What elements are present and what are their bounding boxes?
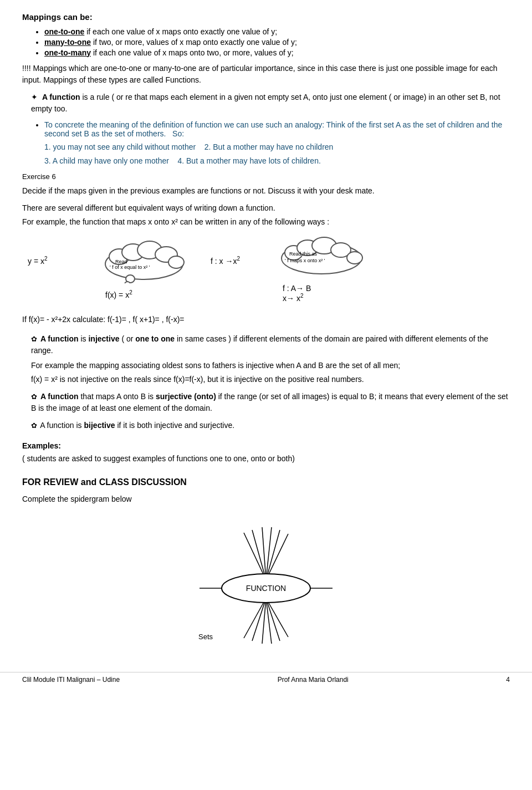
footer-center: Prof Anna Maria Orlandi — [278, 676, 349, 684]
svg-text:Read this as: Read this as — [289, 251, 318, 257]
svg-point-5 — [168, 256, 184, 268]
injective-example2: f(x) = x² is not injective on the reals … — [31, 374, 510, 385]
svg-text:' f of  x  equal to x² ': ' f of x equal to x² ' — [110, 264, 150, 270]
svg-text:Sets: Sets — [198, 633, 213, 641]
spidergram-section: FUNCTION Sets — [22, 516, 510, 660]
analogy-items: 1. you may not see any child without mot… — [44, 141, 510, 153]
analogy-text: To concrete the meaning of the definitio… — [44, 120, 502, 138]
formula-AB-text: f : A→ B x→ x2 — [283, 284, 311, 303]
title: Mappings can be: — [22, 11, 510, 24]
formula-AB: Read this as ' f maps x onto x² ' f : A→… — [277, 233, 366, 303]
many-to-one-text: if two, or more, values of x map onto ex… — [93, 38, 297, 47]
bullet-one-to-many: one-to-many if each one value of x maps … — [44, 48, 510, 57]
svg-text:Read: Read — [115, 259, 127, 264]
formula-arrow: f : x →x2 — [211, 256, 255, 266]
analogy-2: 2. But a mother may have no children — [204, 142, 334, 151]
cloud-fx-svg: Read ' f of x equal to x² ' — [100, 233, 188, 283]
cloud-fx: Read ' f of x equal to x² ' — [100, 233, 188, 285]
analogy-list: To concrete the meaning of the definitio… — [44, 120, 510, 138]
bullet-many-to-one: many-to-one if two, or more, values of x… — [44, 38, 510, 47]
bullet-list: one-to-one if each one value of x maps o… — [44, 27, 510, 57]
footer: Clil Module ITI Malignani – Udine Prof A… — [0, 672, 532, 684]
spidergram-label: Complete the spidergram below — [22, 493, 510, 505]
writing-ways-example: For example, the function that maps x on… — [22, 216, 510, 228]
gear-icon-1: ✿ — [31, 335, 37, 343]
examples-text: ( students are asked to suggest examples… — [22, 453, 510, 465]
page: Mappings can be: one-to-one if each one … — [0, 0, 532, 694]
function-def-para: ✦ A function is a rule ( or re that maps… — [22, 91, 510, 115]
formula-fx-text: f(x) = x2 — [105, 289, 132, 299]
analogy-items-2: 3. A child may have only one mother 4. B… — [44, 155, 510, 167]
function-def-text: is a rule ( or re that maps each element… — [31, 93, 500, 113]
cloud-AB: Read this as ' f maps x onto x² ' — [277, 233, 366, 279]
svg-text:FUNCTION: FUNCTION — [246, 584, 286, 593]
many-to-one-label: many-to-one — [44, 38, 91, 47]
writing-ways-intro: There are several different but equivale… — [22, 202, 510, 214]
formula-fx: Read ' f of x equal to x² ' f(x) = x2 — [100, 233, 188, 299]
gear-icon-3: ✿ — [31, 421, 37, 430]
bijective-para: ✿ A function is bijective if it is both … — [22, 420, 510, 431]
svg-line-21 — [266, 527, 272, 580]
svg-text:' f maps x onto x² ': ' f maps x onto x² ' — [285, 258, 325, 263]
one-to-many-label: one-to-many — [44, 48, 91, 57]
svg-point-15 — [347, 252, 362, 264]
formula-arrow-text: f : x →x2 — [211, 256, 240, 266]
injective-para: ✿ A function is injective ( or one to on… — [22, 333, 510, 356]
analogy-item: To concrete the meaning of the definitio… — [44, 120, 510, 138]
footer-left: Clil Module ITI Malignani – Udine — [22, 676, 120, 684]
bijective-text: A function is bijective if it is both in… — [40, 421, 234, 430]
footer-right: 4 — [506, 676, 510, 684]
one-to-many-text: if each one value of x maps onto two, or… — [93, 48, 294, 57]
formula-y: y = x2 — [28, 256, 72, 266]
injective-example1: For example the mapping associating olde… — [31, 360, 510, 371]
injective-text: is injective ( or one to one in same cas… — [31, 334, 488, 355]
injective-label: A function — [40, 334, 79, 343]
svg-line-28 — [266, 598, 272, 644]
function-bold: A function — [42, 93, 80, 101]
surjective-text: that maps A onto B is surjective (onto) … — [31, 392, 508, 412]
examples-label: Examples: — [22, 440, 510, 452]
star-icon: ✦ — [31, 93, 38, 101]
cloud-AB-svg: Read this as ' f maps x onto x² ' — [277, 233, 366, 278]
formula-y-text: y = x2 — [28, 256, 48, 266]
formulas-row: y = x2 Read ' f of x equal to x² ' — [28, 233, 510, 303]
exercise6-label: Exercise 6 — [22, 171, 510, 182]
surjective-label: A function — [40, 392, 79, 401]
para1: !!!! Mappings which are one-to-one or ma… — [22, 63, 510, 86]
spidergram-svg: FUNCTION Sets — [161, 516, 371, 655]
svg-point-7 — [125, 282, 130, 283]
calculate-text: If f(x)= - x²+2x calculate: f(-1)= , f( … — [22, 314, 510, 325]
one-to-one-text: if each one value of x maps onto exactly… — [86, 27, 277, 36]
analogy-3: 3. A child may have only one mother — [44, 156, 177, 165]
one-to-one-label: one-to-one — [44, 27, 84, 36]
exercise6-text: Decide if the maps given in the previous… — [22, 185, 510, 197]
gear-icon-2: ✿ — [31, 393, 37, 401]
review-header: FOR REVIEW and CLASS DISCUSSION — [22, 476, 510, 489]
examples-label-text: Examples: — [22, 441, 61, 450]
analogy-4: 4. But a mother may have lots of childre… — [177, 156, 320, 165]
surjective-para: ✿ A function that maps A onto B is surje… — [22, 391, 510, 414]
bullet-one-to-one: one-to-one if each one value of x maps o… — [44, 27, 510, 36]
analogy-1: 1. you may not see any child without mot… — [44, 142, 204, 151]
